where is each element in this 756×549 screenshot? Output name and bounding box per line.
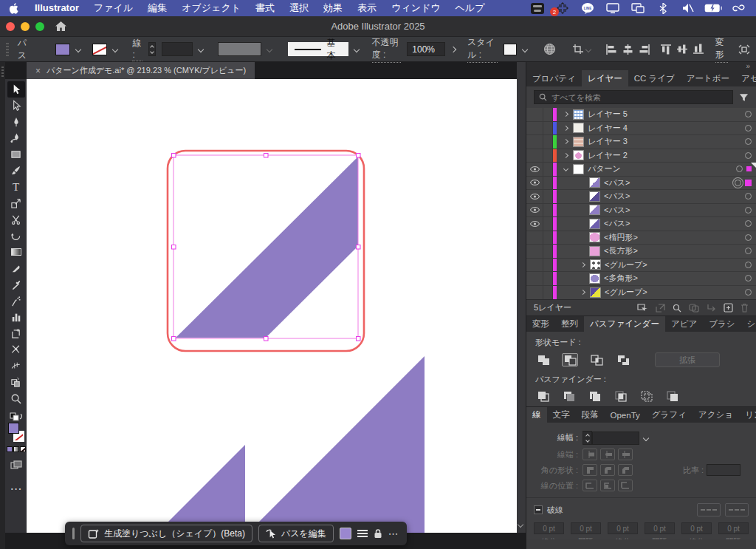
- make-clipping-mask-icon[interactable]: [689, 304, 699, 313]
- swap-fill-stroke-icon[interactable]: [10, 412, 23, 421]
- visibility-cell[interactable]: [526, 286, 543, 300]
- layer-thumbnail[interactable]: [589, 246, 600, 256]
- outline-button[interactable]: [639, 389, 655, 403]
- layer-label[interactable]: レイヤー 5: [588, 109, 628, 120]
- select-similar-icon[interactable]: [738, 44, 750, 55]
- locate-object-icon[interactable]: [637, 304, 648, 313]
- target-icon[interactable]: [745, 111, 752, 117]
- apple-icon[interactable]: [0, 3, 27, 14]
- trim-button[interactable]: [561, 389, 577, 403]
- stroke-weight-label[interactable]: 線 :: [132, 37, 142, 61]
- layer-label[interactable]: パターン: [588, 163, 621, 174]
- document-setup-globe-icon[interactable]: [543, 43, 556, 55]
- layer-label[interactable]: <多角形>: [604, 273, 638, 284]
- exclude-button[interactable]: [615, 353, 631, 366]
- tab-transform[interactable]: 変形: [526, 316, 555, 332]
- selection-tool[interactable]: [7, 81, 25, 98]
- brush-definition-field[interactable]: [218, 42, 261, 56]
- lock-cell[interactable]: [543, 231, 553, 245]
- tab-artboards[interactable]: アートボー: [681, 70, 735, 86]
- lock-cell[interactable]: [543, 108, 553, 121]
- layer-thumbnail[interactable]: [573, 123, 584, 133]
- tab-align[interactable]: 整列: [555, 316, 584, 332]
- lock-cell[interactable]: [543, 149, 553, 163]
- lock-cell[interactable]: [543, 286, 553, 300]
- control-bar-grip[interactable]: [6, 43, 9, 56]
- align-center-horizontal-icon[interactable]: [622, 44, 633, 55]
- tab-links[interactable]: リンク: [739, 407, 756, 423]
- layer-row[interactable]: レイヤー 3: [526, 135, 756, 149]
- artboard-tool[interactable]: [7, 325, 25, 341]
- minimize-window-button[interactable]: [21, 22, 30, 31]
- fill-color-chevron-icon[interactable]: [75, 46, 81, 52]
- dash-field[interactable]: 0 pt: [681, 522, 712, 534]
- tab-brushes[interactable]: ブラシ: [703, 316, 740, 332]
- stroke-options-icon[interactable]: [357, 530, 368, 537]
- stroke-weight-chevron-icon[interactable]: [197, 46, 203, 52]
- lock-cell[interactable]: [543, 272, 553, 285]
- menu-illustrator[interactable]: Illustrator: [27, 0, 86, 16]
- visibility-cell[interactable]: [526, 135, 543, 149]
- layer-label[interactable]: <パス>: [604, 191, 630, 202]
- menu-object[interactable]: オブジェクト: [174, 0, 248, 16]
- stroke-weight-field[interactable]: [162, 42, 193, 56]
- layer-thumbnail[interactable]: [590, 259, 601, 270]
- dash-field[interactable]: 0 pt: [534, 522, 564, 534]
- visibility-cell[interactable]: [526, 245, 543, 258]
- align-stroke-inside-button[interactable]: [600, 480, 615, 491]
- sync-update-icon[interactable]: 2: [555, 2, 570, 14]
- lock-cell[interactable]: [543, 122, 553, 135]
- bevel-join-button[interactable]: [618, 464, 633, 476]
- visibility-cell[interactable]: [526, 204, 543, 217]
- tab-opentype[interactable]: OpenTy: [605, 407, 646, 423]
- gradient-button[interactable]: [13, 446, 19, 452]
- layer-thumbnail[interactable]: [589, 219, 600, 229]
- align-right-icon[interactable]: [639, 44, 650, 55]
- expand-icon[interactable]: [562, 154, 569, 157]
- brush-chevron-icon[interactable]: [266, 46, 272, 52]
- hotspot-link-icon[interactable]: [731, 2, 746, 14]
- display-icon[interactable]: [605, 2, 620, 14]
- layer-thumbnail[interactable]: [573, 164, 584, 174]
- target-icon[interactable]: [745, 152, 752, 159]
- minus-back-button[interactable]: [664, 389, 681, 403]
- layer-label[interactable]: <長方形>: [604, 245, 638, 256]
- menu-window[interactable]: ウィンドウ: [384, 0, 448, 16]
- visibility-cell[interactable]: [526, 231, 543, 245]
- align-bottom-icon[interactable]: [693, 44, 704, 55]
- target-icon[interactable]: [745, 289, 752, 296]
- lock-cell[interactable]: [543, 217, 553, 231]
- layer-thumbnail[interactable]: [589, 232, 600, 242]
- round-cap-button[interactable]: [600, 449, 615, 460]
- layer-row-path[interactable]: <パス>: [526, 204, 756, 218]
- line-style-chevron-icon[interactable]: [353, 46, 359, 52]
- visibility-cell[interactable]: [526, 272, 543, 285]
- layer-row[interactable]: レイヤー 5: [526, 108, 756, 122]
- none-button[interactable]: [20, 446, 26, 452]
- opacity-field[interactable]: 100%: [407, 42, 445, 56]
- layer-row-path[interactable]: <パス>: [526, 190, 756, 204]
- tab-pathfinder[interactable]: パスファインダー: [584, 316, 665, 332]
- visibility-cell[interactable]: [526, 122, 543, 135]
- line-app-icon[interactable]: LINE: [580, 2, 595, 14]
- layer-row-path[interactable]: <パス>: [526, 217, 756, 231]
- tab-character[interactable]: 文字: [547, 407, 576, 423]
- lock-cell[interactable]: [543, 190, 553, 203]
- layer-thumbnail[interactable]: [573, 137, 584, 147]
- target-icon[interactable]: [745, 125, 752, 132]
- tab-properties[interactable]: プロパティ: [526, 70, 582, 86]
- preserve-dash-icon[interactable]: [697, 503, 721, 516]
- target-icon[interactable]: [745, 220, 752, 227]
- tab-actions[interactable]: アクショ: [693, 407, 739, 423]
- style-swatch[interactable]: [504, 44, 517, 55]
- search-layers-icon[interactable]: [673, 304, 681, 313]
- visibility-cell[interactable]: [526, 149, 543, 163]
- minus-front-button[interactable]: [562, 353, 578, 366]
- expand-button[interactable]: 拡張: [655, 352, 720, 367]
- layer-thumbnail[interactable]: [590, 287, 601, 298]
- visibility-cell[interactable]: [526, 177, 543, 190]
- layer-row-group[interactable]: <グループ>: [526, 286, 756, 300]
- vertical-scrollbar[interactable]: [517, 62, 526, 533]
- rotate-tool[interactable]: [7, 228, 25, 244]
- pattern-triangle-large[interactable]: [248, 356, 425, 533]
